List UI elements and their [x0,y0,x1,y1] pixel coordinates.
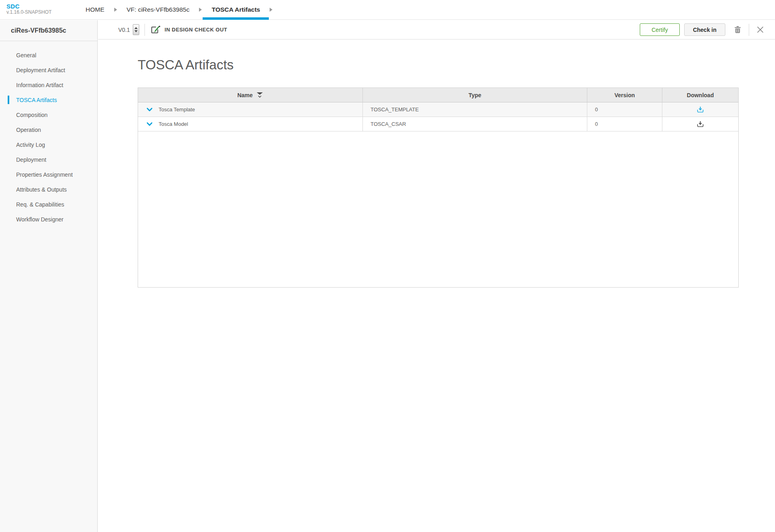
download-cell [662,117,738,131]
sidebar-item-composition[interactable]: Composition [0,107,97,122]
download-cell [662,102,738,117]
main-content: TOSCA Artifacts Name Type Version Downlo… [98,40,775,532]
sidebar-item-workflow-designer[interactable]: Workflow Designer [0,212,97,227]
toolbar-divider [145,24,145,36]
top-header: SDC v.1.16.0-SNAPSHOT HOME VF: ciRes-VFf… [0,0,775,20]
toolbar-actions: Certify Check in [640,23,766,36]
sort-icon [256,92,263,98]
version-selector[interactable] [133,24,139,35]
page-title: TOSCA Artifacts [138,57,775,73]
breadcrumb: HOME VF: ciRes-VFfb63985c TOSCA Artifact… [77,0,273,19]
sidebar-item-req-capabilities[interactable]: Req. & Capabilities [0,197,97,212]
lifecycle-state-label: IN DESIGN CHECK OUT [165,27,227,33]
table-header-row: Name Type Version Download [138,88,738,102]
type-cell: TOSCA_TEMPLATE [363,102,587,117]
name-cell: Tosca Model [138,117,363,131]
breadcrumb-tosca-artifacts[interactable]: TOSCA Artifacts [203,0,269,19]
sidebar-item-tosca-artifacts[interactable]: TOSCA Artifacts [0,92,97,107]
artifact-name: Tosca Template [159,106,195,113]
artifact-version: 0 [595,121,598,127]
resource-name-title: ciRes-VFfb63985c [0,20,97,41]
spinner-down-icon[interactable] [134,30,138,32]
check-in-button[interactable]: Check in [684,23,725,36]
sdc-logo[interactable]: SDC v.1.16.0-SNAPSHOT [6,3,52,15]
table-row-tosca-template: Tosca Template TOSCA_TEMPLATE 0 [138,102,738,117]
sidebar-item-deployment[interactable]: Deployment [0,152,97,167]
close-icon [757,26,764,33]
download-button[interactable] [695,105,705,114]
certify-button[interactable]: Certify [640,23,679,36]
column-header-type[interactable]: Type [363,88,587,102]
column-header-type-label: Type [469,92,482,98]
table-row-tosca-model: Tosca Model TOSCA_CSAR 0 [138,117,738,131]
close-button[interactable] [754,25,766,35]
breadcrumb-arrow-icon [114,8,117,12]
column-header-name-label: Name [237,92,253,98]
lifecycle-state: IN DESIGN CHECK OUT [150,25,227,34]
sidebar-item-attributes-outputs[interactable]: Attributes & Outputs [0,182,97,197]
tosca-artifacts-table: Name Type Version Download [138,88,739,288]
breadcrumb-arrow-icon [270,8,272,12]
delete-button[interactable] [732,24,744,35]
sidebar-item-properties-assignment[interactable]: Properties Assignment [0,167,97,182]
breadcrumb-home[interactable]: HOME [77,0,113,19]
expand-row-button[interactable] [146,107,153,113]
sidebar-item-information-artifact[interactable]: Information Artifact [0,77,97,92]
type-cell: TOSCA_CSAR [363,117,587,131]
column-header-download-label: Download [687,92,714,98]
column-header-version-label: Version [614,92,635,98]
download-icon [697,106,704,113]
sidebar-item-operation[interactable]: Operation [0,122,97,137]
version-cell: 0 [587,102,662,117]
sdc-logo-title: SDC [6,3,52,10]
sidebar-menu: General Deployment Artifact Information … [0,41,97,227]
sdc-version-label: v.1.16.0-SNAPSHOT [6,10,52,15]
expand-row-button[interactable] [146,121,153,127]
artifact-name: Tosca Model [159,121,188,127]
spinner-up-icon[interactable] [134,27,138,29]
sidebar-item-general[interactable]: General [0,48,97,63]
breadcrumb-vf[interactable]: VF: ciRes-VFfb63985c [118,0,199,19]
artifact-type: TOSCA_TEMPLATE [371,106,419,113]
sidebar-item-activity-log[interactable]: Activity Log [0,137,97,152]
chevron-down-icon [147,108,153,112]
version-cell: 0 [587,117,662,131]
artifact-type: TOSCA_CSAR [371,121,406,127]
trash-icon [734,26,741,33]
name-cell: Tosca Template [138,102,363,117]
column-header-name[interactable]: Name [138,88,363,102]
edit-pencil-icon [150,25,161,34]
download-button[interactable] [695,119,705,129]
chevron-down-icon [147,122,153,126]
version-label: V0.1 [118,27,130,33]
column-header-version[interactable]: Version [587,88,662,102]
artifact-version: 0 [595,106,598,113]
download-icon [697,121,704,127]
breadcrumb-arrow-icon [199,8,202,12]
column-header-download[interactable]: Download [662,88,738,102]
toolbar-divider [749,24,749,36]
sidebar: ciRes-VFfb63985c General Deployment Arti… [0,20,98,532]
sidebar-item-deployment-artifact[interactable]: Deployment Artifact [0,63,97,77]
toolbar: V0.1 IN DESIGN CHECK OUT Certify Check i… [98,20,775,40]
